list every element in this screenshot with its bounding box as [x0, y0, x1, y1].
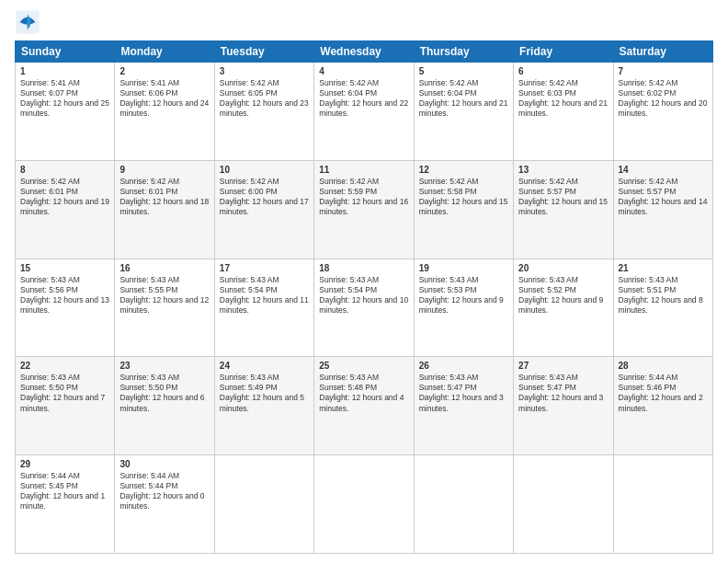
- sunrise-label: Sunrise: 5:42 AM: [518, 78, 578, 87]
- sunrise-label: Sunrise: 5:42 AM: [220, 78, 279, 87]
- sunrise-label: Sunrise: 5:42 AM: [20, 177, 80, 186]
- sunset-label: Sunset: 6:05 PM: [220, 88, 278, 98]
- day-number: 11: [319, 164, 408, 176]
- sunset-label: Sunset: 6:02 PM: [619, 88, 677, 98]
- logo-icon: [15, 9, 40, 35]
- day-cell-4: 4Sunrise: 5:42 AMSunset: 6:04 PMDaylight…: [314, 63, 414, 161]
- week-row-3: 15Sunrise: 5:43 AMSunset: 5:56 PMDayligh…: [16, 259, 713, 357]
- sunset-label: Sunset: 5:53 PM: [419, 285, 477, 294]
- header: [15, 9, 713, 35]
- day-number: 2: [119, 65, 209, 77]
- sunrise-label: Sunrise: 5:43 AM: [319, 275, 379, 284]
- day-cell-8: 8Sunrise: 5:42 AMSunset: 6:01 PMDaylight…: [16, 160, 115, 259]
- day-number: 29: [20, 458, 109, 470]
- daylight-label: Daylight: 12 hours and 9 minutes.: [518, 295, 603, 315]
- sunset-label: Sunset: 6:04 PM: [319, 88, 377, 98]
- day-number: 6: [518, 65, 608, 77]
- sunset-label: Sunset: 5:51 PM: [619, 285, 677, 294]
- daylight-label: Daylight: 12 hours and 1 minute.: [20, 491, 105, 511]
- sunset-label: Sunset: 6:01 PM: [20, 187, 78, 196]
- col-header-tuesday: Tuesday: [214, 41, 313, 63]
- sunset-label: Sunset: 5:46 PM: [619, 383, 677, 392]
- daylight-label: Daylight: 12 hours and 20 minutes.: [619, 98, 708, 118]
- week-row-4: 22Sunrise: 5:43 AMSunset: 5:50 PMDayligh…: [16, 357, 713, 455]
- sunset-label: Sunset: 5:54 PM: [319, 285, 377, 294]
- daylight-label: Daylight: 12 hours and 15 minutes.: [419, 197, 508, 216]
- sunset-label: Sunset: 5:59 PM: [319, 187, 377, 196]
- sunset-label: Sunset: 5:49 PM: [220, 383, 278, 392]
- sunrise-label: Sunrise: 5:43 AM: [619, 275, 678, 284]
- day-number: 19: [419, 262, 508, 274]
- sunrise-label: Sunrise: 5:44 AM: [619, 373, 678, 382]
- day-number: 28: [619, 360, 708, 372]
- day-cell-16: 16Sunrise: 5:43 AMSunset: 5:55 PMDayligh…: [115, 259, 214, 357]
- day-cell-11: 11Sunrise: 5:42 AMSunset: 5:59 PMDayligh…: [314, 160, 414, 259]
- day-number: 1: [20, 65, 109, 77]
- empty-cell: [314, 455, 414, 554]
- daylight-label: Daylight: 12 hours and 13 minutes.: [20, 295, 109, 315]
- daylight-label: Daylight: 12 hours and 7 minutes.: [20, 393, 105, 412]
- day-number: 25: [319, 360, 408, 372]
- sunrise-label: Sunrise: 5:43 AM: [518, 275, 578, 284]
- day-number: 26: [419, 360, 508, 372]
- day-cell-27: 27Sunrise: 5:43 AMSunset: 5:47 PMDayligh…: [514, 357, 613, 455]
- sunset-label: Sunset: 5:47 PM: [518, 383, 576, 392]
- empty-cell: [613, 455, 712, 554]
- daylight-label: Daylight: 12 hours and 10 minutes.: [319, 295, 408, 315]
- day-cell-3: 3Sunrise: 5:42 AMSunset: 6:05 PMDaylight…: [214, 63, 313, 161]
- daylight-label: Daylight: 12 hours and 14 minutes.: [619, 197, 708, 216]
- sunrise-label: Sunrise: 5:43 AM: [220, 275, 279, 284]
- daylight-label: Daylight: 12 hours and 25 minutes.: [20, 98, 109, 118]
- day-number: 9: [119, 164, 209, 176]
- day-number: 5: [419, 65, 508, 77]
- daylight-label: Daylight: 12 hours and 9 minutes.: [419, 295, 504, 315]
- day-cell-24: 24Sunrise: 5:43 AMSunset: 5:49 PMDayligh…: [214, 357, 313, 455]
- sunrise-label: Sunrise: 5:43 AM: [319, 373, 379, 382]
- sunset-label: Sunset: 6:06 PM: [119, 88, 177, 98]
- daylight-label: Daylight: 12 hours and 3 minutes.: [518, 393, 603, 412]
- empty-cell: [514, 455, 613, 554]
- daylight-label: Daylight: 12 hours and 11 minutes.: [220, 295, 309, 315]
- sunset-label: Sunset: 5:54 PM: [220, 285, 278, 294]
- daylight-label: Daylight: 12 hours and 22 minutes.: [319, 98, 408, 118]
- col-header-thursday: Thursday: [414, 41, 513, 63]
- day-number: 30: [119, 458, 209, 470]
- sunrise-label: Sunrise: 5:41 AM: [20, 78, 80, 87]
- daylight-label: Daylight: 12 hours and 3 minutes.: [419, 393, 504, 412]
- day-cell-26: 26Sunrise: 5:43 AMSunset: 5:47 PMDayligh…: [414, 357, 513, 455]
- sunset-label: Sunset: 6:03 PM: [518, 88, 576, 98]
- day-number: 10: [220, 164, 309, 176]
- day-cell-30: 30Sunrise: 5:44 AMSunset: 5:44 PMDayligh…: [115, 455, 214, 554]
- daylight-label: Daylight: 12 hours and 2 minutes.: [619, 393, 703, 412]
- day-number: 13: [518, 164, 608, 176]
- daylight-label: Daylight: 12 hours and 4 minutes.: [319, 393, 404, 412]
- day-cell-20: 20Sunrise: 5:43 AMSunset: 5:52 PMDayligh…: [514, 259, 613, 357]
- week-row-1: 1Sunrise: 5:41 AMSunset: 6:07 PMDaylight…: [16, 63, 713, 161]
- sunrise-label: Sunrise: 5:42 AM: [619, 177, 678, 186]
- day-cell-28: 28Sunrise: 5:44 AMSunset: 5:46 PMDayligh…: [613, 357, 712, 455]
- day-cell-10: 10Sunrise: 5:42 AMSunset: 6:00 PMDayligh…: [214, 160, 313, 259]
- logo: [15, 9, 44, 35]
- sunset-label: Sunset: 5:50 PM: [20, 383, 78, 392]
- sunrise-label: Sunrise: 5:44 AM: [20, 471, 80, 480]
- sunrise-label: Sunrise: 5:42 AM: [319, 78, 379, 87]
- sunset-label: Sunset: 5:47 PM: [419, 383, 477, 392]
- sunset-label: Sunset: 5:45 PM: [20, 481, 78, 490]
- sunset-label: Sunset: 5:55 PM: [119, 285, 177, 294]
- calendar-table: SundayMondayTuesdayWednesdayThursdayFrid…: [15, 40, 713, 554]
- sunset-label: Sunset: 5:57 PM: [619, 187, 677, 196]
- sunrise-label: Sunrise: 5:42 AM: [518, 177, 578, 186]
- sunrise-label: Sunrise: 5:42 AM: [419, 78, 479, 87]
- day-cell-9: 9Sunrise: 5:42 AMSunset: 6:01 PMDaylight…: [115, 160, 214, 259]
- daylight-label: Daylight: 12 hours and 0 minutes.: [119, 491, 204, 511]
- week-row-2: 8Sunrise: 5:42 AMSunset: 6:01 PMDaylight…: [16, 160, 713, 259]
- sunrise-label: Sunrise: 5:42 AM: [419, 177, 479, 186]
- day-cell-15: 15Sunrise: 5:43 AMSunset: 5:56 PMDayligh…: [16, 259, 115, 357]
- day-number: 8: [20, 164, 109, 176]
- sunset-label: Sunset: 6:00 PM: [220, 187, 278, 196]
- week-row-5: 29Sunrise: 5:44 AMSunset: 5:45 PMDayligh…: [16, 455, 713, 554]
- day-number: 15: [20, 262, 109, 274]
- daylight-label: Daylight: 12 hours and 21 minutes.: [419, 98, 508, 118]
- sunrise-label: Sunrise: 5:41 AM: [119, 78, 179, 87]
- day-number: 23: [119, 360, 209, 372]
